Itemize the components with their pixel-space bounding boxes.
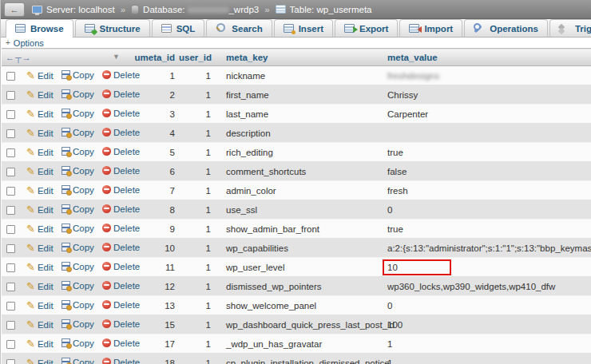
breadcrumb-table-link[interactable]: Table: wp_usermeta	[290, 5, 372, 14]
delete-link[interactable]: Delete	[102, 243, 140, 252]
row-checkbox[interactable]	[6, 187, 15, 196]
edit-link[interactable]: ✎ Edit	[26, 90, 54, 100]
edit-link[interactable]: ✎ Edit	[26, 129, 54, 138]
delete-link[interactable]: Delete	[102, 262, 140, 271]
copy-link[interactable]: Copy	[61, 319, 94, 329]
row-checkbox[interactable]	[6, 283, 15, 291]
delete-icon	[102, 128, 111, 136]
delete-link[interactable]: Delete	[102, 147, 140, 156]
row-checkbox[interactable]	[6, 129, 15, 138]
table-row: ✎ Edit Copy Delete 4 1 description	[2, 124, 591, 143]
delete-link[interactable]: Delete	[102, 89, 140, 99]
tab-search[interactable]: Search	[206, 19, 272, 37]
row-checkbox[interactable]	[6, 110, 15, 119]
row-checkbox[interactable]	[6, 263, 15, 272]
row-checkbox[interactable]	[6, 244, 15, 253]
tab-import[interactable]: Import	[399, 19, 462, 37]
row-checkbox[interactable]	[6, 91, 15, 100]
edit-link[interactable]: ✎ Edit	[26, 282, 54, 291]
row-checkbox[interactable]	[6, 302, 15, 311]
edit-link[interactable]: ✎ Edit	[26, 320, 54, 330]
with-selected-arrows-icon: ←┬→	[6, 53, 32, 62]
delete-icon	[102, 70, 111, 79]
tab-browse[interactable]: Browse	[6, 19, 73, 37]
delete-link[interactable]: Delete	[102, 358, 140, 364]
edit-link[interactable]: ✎ Edit	[26, 224, 54, 234]
row-checkbox[interactable]	[6, 206, 15, 215]
breadcrumb-server-link[interactable]: Server: localhost	[46, 5, 115, 14]
meta-key-cell: description	[215, 124, 384, 143]
edit-link[interactable]: ✎ Edit	[26, 301, 54, 311]
row-checkbox[interactable]	[6, 321, 15, 330]
delete-link[interactable]: Delete	[102, 128, 140, 137]
tab-insert[interactable]: Insert	[274, 19, 333, 37]
plus-icon: +	[6, 38, 10, 47]
column-header-meta-value[interactable]: meta_value	[384, 49, 591, 66]
meta-value-cell: wp360_locks,wp390_widgets,wp410_dfw	[384, 277, 591, 296]
copy-link[interactable]: Copy	[61, 89, 94, 99]
edit-link[interactable]: ✎ Edit	[26, 109, 54, 119]
delete-link[interactable]: Delete	[102, 204, 140, 214]
copy-link[interactable]: Copy	[61, 109, 94, 118]
edit-link[interactable]: ✎ Edit	[26, 205, 54, 215]
row-checkbox[interactable]	[6, 72, 15, 81]
copy-link[interactable]: Copy	[61, 185, 94, 195]
delete-link[interactable]: Delete	[102, 300, 140, 310]
copy-icon	[61, 128, 70, 136]
row-checkbox[interactable]	[6, 168, 15, 176]
actions-column-header[interactable]: ←┬→ ▼	[2, 49, 131, 66]
delete-link[interactable]: Delete	[102, 166, 140, 176]
column-header-user-id[interactable]: user_id	[179, 49, 215, 66]
edit-link[interactable]: ✎ Edit	[26, 243, 54, 253]
row-checkbox[interactable]	[6, 225, 15, 234]
delete-link[interactable]: Delete	[102, 109, 140, 118]
edit-link[interactable]: ✎ Edit	[26, 186, 54, 196]
breadcrumb-database-link[interactable]: Database: xxxxxxxxx_wrdp3	[143, 5, 259, 14]
highlight-annotation-box: 10	[383, 259, 451, 275]
delete-link[interactable]: Delete	[102, 70, 140, 80]
tab-structure[interactable]: Structure	[75, 19, 150, 37]
tab-operations[interactable]: Operations	[464, 19, 548, 37]
row-checkbox[interactable]	[6, 340, 15, 349]
tab-sql[interactable]: SQL	[152, 19, 205, 37]
edit-pencil-icon: ✎	[26, 167, 35, 176]
copy-link[interactable]: Copy	[61, 224, 94, 233]
edit-link[interactable]: ✎ Edit	[26, 71, 54, 81]
copy-link[interactable]: Copy	[61, 147, 94, 156]
column-header-umeta-id[interactable]: umeta_id	[131, 49, 179, 66]
copy-link[interactable]: Copy	[61, 70, 94, 80]
sort-caret-icon[interactable]: ▼	[113, 53, 120, 61]
copy-link[interactable]: Copy	[61, 338, 94, 348]
copy-link[interactable]: Copy	[61, 358, 94, 364]
copy-link[interactable]: Copy	[61, 166, 94, 176]
collapse-nav-button[interactable]: ←	[4, 2, 25, 17]
edit-link[interactable]: ✎ Edit	[26, 263, 54, 272]
delete-link[interactable]: Delete	[102, 319, 140, 329]
copy-link[interactable]: Copy	[61, 243, 94, 252]
copy-link[interactable]: Copy	[61, 281, 94, 291]
copy-link[interactable]: Copy	[61, 262, 94, 271]
delete-link[interactable]: Delete	[102, 185, 140, 195]
edit-pencil-icon: ✎	[26, 205, 35, 214]
delete-icon	[102, 89, 111, 98]
options-toggle[interactable]: + Options	[1, 38, 591, 48]
database-name-redacted: xxxxxxxxx	[188, 5, 229, 14]
copy-link[interactable]: Copy	[61, 128, 94, 137]
delete-link[interactable]: Delete	[102, 281, 140, 291]
row-checkbox[interactable]	[6, 359, 15, 364]
row-checkbox[interactable]	[6, 148, 15, 157]
edit-link[interactable]: ✎ Edit	[26, 148, 54, 157]
delete-link[interactable]: Delete	[102, 338, 140, 348]
edit-link[interactable]: ✎ Edit	[26, 358, 54, 364]
column-header-meta-key[interactable]: meta_key	[215, 49, 384, 66]
user-id-cell: 1	[179, 143, 215, 162]
edit-link[interactable]: ✎ Edit	[26, 167, 54, 176]
copy-link[interactable]: Copy	[61, 300, 94, 310]
meta-key-cell: wp_user_level	[215, 258, 384, 277]
copy-icon	[61, 243, 70, 251]
tab-export[interactable]: Export	[335, 19, 398, 37]
delete-link[interactable]: Delete	[102, 224, 140, 233]
tab-triggers[interactable]: Triggers	[549, 19, 591, 37]
edit-link[interactable]: ✎ Edit	[26, 339, 54, 349]
copy-link[interactable]: Copy	[61, 204, 94, 214]
